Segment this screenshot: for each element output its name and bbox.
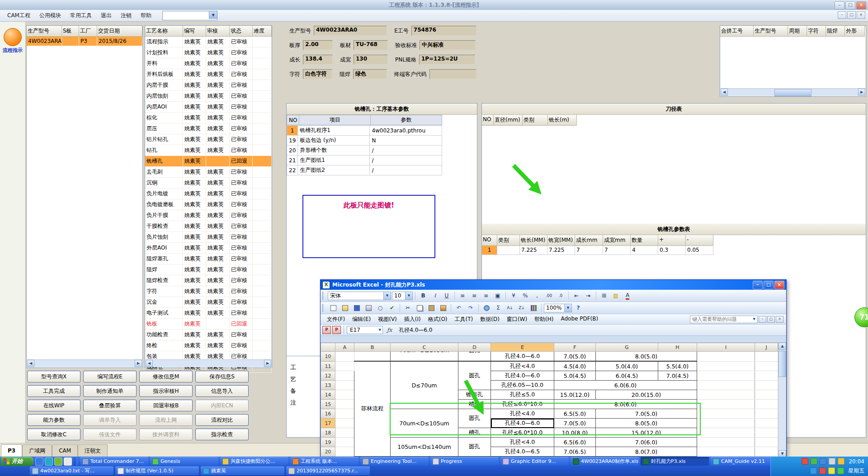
scroll-up-icon[interactable]: ▲ [778,343,786,350]
product-hscrollbar[interactable]: ◀ ▶ [27,359,142,367]
action-button[interactable]: 信息导入 [195,385,249,397]
action-button[interactable]: 能力参数 [27,414,80,426]
excel-menu-item[interactable]: 窗口(W) [503,315,531,324]
action-button[interactable]: 修改信息M [139,371,193,382]
save-icon[interactable] [351,303,362,313]
col-header-status[interactable]: 状态 [230,26,253,37]
process-row[interactable]: 铝片钻孔 姚素英 姚素英 已审核 [145,134,272,145]
percent-button[interactable]: % [520,291,531,301]
help-icon[interactable]: ? [573,303,584,313]
tray-icon[interactable] [810,467,817,474]
excel-menu-item[interactable]: 编辑(E) [349,315,374,324]
col-header-J[interactable]: J [755,343,778,352]
row-header-10[interactable]: 10 [321,352,335,362]
action-button[interactable]: 指示检查 [195,429,249,440]
field-value[interactable]: 白色字符 [303,69,332,79]
merge-col-header[interactable]: 生产型号 [754,26,788,37]
spelling-icon[interactable]: ✔ [387,303,397,313]
slot-col-header[interactable]: + [658,235,686,246]
tray-icon[interactable] [838,458,844,465]
params-row[interactable]: 22 生产图纸2 / [287,165,442,175]
mdi-restore-button[interactable]: □ [847,11,856,19]
process-row[interactable]: 内层干膜 姚素英 姚素英 已审核 [145,80,272,91]
restore-button[interactable]: □ [845,1,855,9]
cell-H12[interactable]: 7.0(4.5) [658,371,697,381]
field-value[interactable]: TU-768 [354,40,388,50]
font-name-combo[interactable]: 宋体 ▼ [328,292,391,300]
knife-col-header[interactable]: NO [482,115,494,126]
knife-col-header[interactable]: 类别 [523,115,548,126]
tray-icon[interactable] [837,467,844,474]
comma-button[interactable]: , [532,291,542,301]
cell-A11[interactable] [335,361,354,371]
close-button[interactable]: × [856,1,866,9]
excel-menu-item[interactable]: Adobe PDF(B) [557,315,602,324]
cell-G19-H19[interactable]: 7.0(6.0) [596,438,697,447]
slot-col-header[interactable]: 成长mm [575,235,603,246]
cut-icon[interactable]: ✂ [402,303,413,313]
tray-icon[interactable] [828,467,835,474]
row-header-13[interactable]: 13 [321,381,335,390]
action-button[interactable]: 回退审核B [139,400,193,411]
field-value[interactable]: 138.4 [303,55,333,65]
action-button[interactable]: 保存信息S [195,371,249,382]
clock[interactable]: 20:04 [849,458,864,465]
merge-col-header[interactable]: 合拼工号 [720,26,754,37]
cell-F14[interactable]: 15.0(12.0) [554,390,596,400]
bottom-tab[interactable]: 广域网 [22,444,52,457]
col-header-date[interactable]: 交货日期 [97,26,142,37]
process-row[interactable]: 内层蚀刻 姚素英 姚素英 已审核 [145,91,272,102]
task-button[interactable]: Progress [430,457,499,466]
cell-I16[interactable] [697,409,755,419]
cell-C11-C15[interactable]: D≤70um [391,361,458,409]
workbook-restore-button[interactable]: □ [767,316,775,323]
chevron-down-icon[interactable]: ▼ [379,328,381,332]
insert-function-icon[interactable]: ƒx [384,327,395,333]
chevron-down-icon[interactable]: ▼ [209,11,217,19]
field-value[interactable]: 绿色 [353,69,387,79]
mdi-minimize-button[interactable]: – [838,11,846,19]
excel-menu-item[interactable]: 插入(I) [401,315,425,324]
cell-J14[interactable] [755,390,778,400]
menu-item[interactable]: CAM工程 [3,10,35,21]
adobe-pdf-icon[interactable]: P [322,326,331,334]
increase-indent-button[interactable]: ⇥ [583,291,594,301]
task-button[interactable]: 封孔能力P3.xls [641,457,709,466]
cell-A17[interactable] [335,419,354,428]
zoom-combo[interactable]: 100% ▼ [544,304,572,312]
row-header-18[interactable]: 18 [321,428,335,438]
italic-button[interactable]: I [429,291,440,301]
action-button[interactable]: 流程上网 [139,414,193,426]
scroll-right-icon[interactable]: ▶ [858,89,865,96]
params-row[interactable]: 21 生产图纸1 / [287,156,442,165]
process-row[interactable]: 层压 姚素英 姚素英 已审核 [145,123,272,134]
cell-J16[interactable] [755,409,778,419]
excel-titlebar[interactable]: X Microsoft Excel - 封孔能力P3.xls – □ × [321,280,786,290]
cell-A16[interactable] [335,409,354,419]
new-icon[interactable] [328,303,339,313]
help-question-box[interactable]: 键入需要帮助的问题 ▼ [690,316,758,323]
task-button[interactable]: Genesis [150,457,218,466]
merge-col-header[interactable]: 字符 [807,26,826,37]
col-header-D[interactable]: D [458,343,491,352]
action-button[interactable]: 流程对比 [195,414,249,426]
cell-A12[interactable] [335,371,354,381]
params-row[interactable]: 19 板边包边 (y/n) N [287,136,442,146]
row-header-15[interactable]: 15 [321,400,335,409]
action-button[interactable]: 传送文件 [83,429,137,440]
fill-color-button[interactable]: ▨ [610,291,621,301]
task-button[interactable]: 姚素英 [201,467,284,475]
cell-J15[interactable] [755,400,778,409]
cell-F11[interactable]: 4.5(4.0) [554,361,596,371]
cell-E19[interactable]: 孔径<4.0 [491,438,554,447]
col-header-G[interactable]: G [596,343,658,352]
slot-col-header[interactable]: 铣宽(MM) [547,235,575,246]
align-center-button[interactable]: ≡ [469,291,480,301]
excel-menu-item[interactable]: 格式(O) [425,315,451,324]
toolbar-grip[interactable] [322,292,325,300]
cell-G14-H14[interactable]: 20.0(15.0) [596,390,697,400]
cell-H11[interactable]: 5.5(4.0) [658,361,697,371]
underline-button[interactable]: U [441,291,452,301]
cell-name-box[interactable]: E17 ▼ [347,326,383,334]
undo-icon[interactable]: ↶ [453,303,464,313]
